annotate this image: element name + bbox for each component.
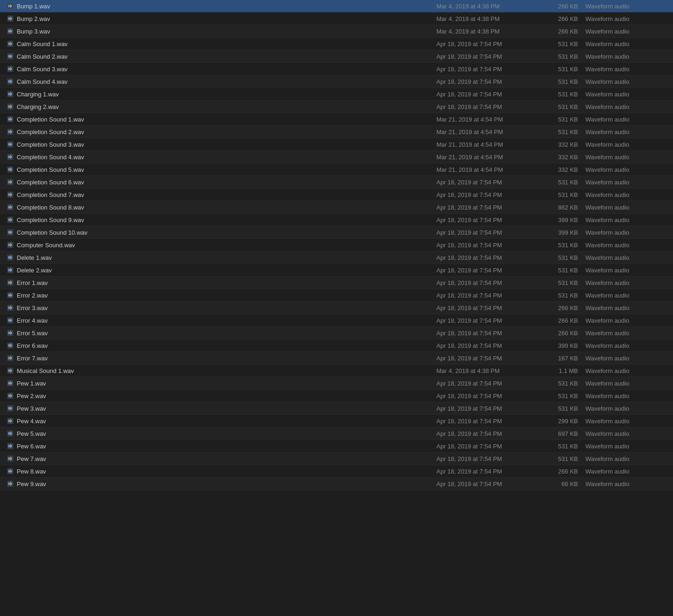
table-row[interactable]: Pew 2.wavApr 18, 2019 at 7:54 PM531 KBWa… [0,390,673,402]
svg-rect-29 [11,68,12,70]
table-row[interactable]: Error 4.wavApr 18, 2019 at 7:54 PM266 KB… [0,314,673,327]
file-size: 266 KB [539,15,585,22]
table-row[interactable]: Pew 1.wavApr 18, 2019 at 7:54 PM531 KBWa… [0,377,673,390]
table-row[interactable]: Pew 6.wavApr 18, 2019 at 7:54 PM531 KBWa… [0,440,673,453]
file-name: Completion Sound 5.wav [17,166,436,173]
file-icon-col [4,392,17,399]
file-kind: Waveform audio [585,330,669,337]
file-date: Mar 4, 2019 at 4:38 PM [436,28,539,35]
table-row[interactable]: Error 1.wavApr 18, 2019 at 7:54 PM531 KB… [0,277,673,289]
table-row[interactable]: Bump 2.wavMar 4, 2019 at 4:38 PM266 KBWa… [0,13,673,25]
table-row[interactable]: Pew 4.wavApr 18, 2019 at 7:54 PM299 KBWa… [0,415,673,427]
file-size: 531 KB [539,103,585,110]
svg-rect-108 [10,268,11,272]
table-row[interactable]: Calm Sound 3.wavApr 18, 2019 at 7:54 PM5… [0,63,673,75]
file-size: 531 KB [539,66,585,73]
svg-rect-36 [8,93,9,95]
table-row[interactable]: Completion Sound 1.wavMar 21, 2019 at 4:… [0,113,673,126]
file-date: Apr 18, 2019 at 7:54 PM [436,217,539,223]
file-name: Completion Sound 8.wav [17,204,436,211]
file-kind: Waveform audio [585,342,669,349]
svg-rect-178 [10,444,11,448]
table-row[interactable]: Calm Sound 2.wavApr 18, 2019 at 7:54 PM5… [0,50,673,63]
svg-rect-14 [11,30,12,32]
audio-file-icon [7,216,14,223]
table-row[interactable]: Calm Sound 1.wavApr 18, 2019 at 7:54 PM5… [0,38,673,50]
svg-rect-133 [10,331,11,335]
audio-file-icon [7,115,14,123]
file-date: Apr 18, 2019 at 7:54 PM [436,41,539,47]
file-kind: Waveform audio [585,355,669,362]
table-row[interactable]: Error 5.wavApr 18, 2019 at 7:54 PM266 KB… [0,327,673,339]
audio-file-icon [7,354,14,362]
file-icon-col [4,40,17,47]
file-kind: Waveform audio [585,305,669,311]
table-row[interactable]: Pew 7.wavApr 18, 2019 at 7:54 PM531 KBWa… [0,453,673,465]
file-size: 531 KB [539,41,585,47]
svg-rect-44 [11,106,12,108]
table-row[interactable]: Pew 9.wavApr 18, 2019 at 7:54 PM66 KBWav… [0,478,673,490]
file-kind: Waveform audio [585,367,669,374]
svg-rect-59 [11,143,12,145]
table-row[interactable]: Completion Sound 9.wavApr 18, 2019 at 7:… [0,214,673,226]
file-size: 266 KB [539,305,585,311]
file-icon-col [4,128,17,135]
svg-rect-188 [10,469,11,473]
table-row[interactable]: Completion Sound 10.wavApr 18, 2019 at 7… [0,226,673,239]
svg-rect-163 [10,406,11,410]
table-row[interactable]: Delete 2.wavApr 18, 2019 at 7:54 PM531 K… [0,264,673,277]
audio-file-icon [7,2,14,10]
svg-rect-168 [10,419,11,423]
table-row[interactable]: Musical Sound 1.wavMar 4, 2019 at 4:38 P… [0,365,673,377]
file-size: 531 KB [539,91,585,98]
svg-rect-8 [10,17,11,20]
svg-rect-106 [8,269,9,271]
table-row[interactable]: Completion Sound 5.wavMar 21, 2019 at 4:… [0,163,673,176]
table-row[interactable]: Computer Sound.wavApr 18, 2019 at 7:54 P… [0,239,673,251]
svg-rect-194 [11,483,12,485]
table-row[interactable]: Error 6.wavApr 18, 2019 at 7:54 PM399 KB… [0,339,673,352]
table-row[interactable]: Calm Sound 4.wavApr 18, 2019 at 7:54 PM5… [0,75,673,88]
table-row[interactable]: Error 2.wavApr 18, 2019 at 7:54 PM531 KB… [0,289,673,302]
table-row[interactable]: Completion Sound 7.wavApr 18, 2019 at 7:… [0,189,673,201]
table-row[interactable]: Delete 1.wavApr 18, 2019 at 7:54 PM531 K… [0,251,673,264]
svg-rect-16 [8,42,9,45]
file-size: 531 KB [539,455,585,462]
file-name: Completion Sound 2.wav [17,129,436,135]
svg-rect-131 [8,332,9,334]
svg-rect-94 [11,231,12,233]
file-size: 266 KB [539,317,585,324]
table-row[interactable]: Bump 3.wavMar 4, 2019 at 4:38 PM266 KBWa… [0,25,673,38]
table-row[interactable]: Completion Sound 4.wavMar 21, 2019 at 4:… [0,151,673,163]
table-row[interactable]: Completion Sound 2.wavMar 21, 2019 at 4:… [0,126,673,138]
file-size: 167 KB [539,355,585,362]
table-row[interactable]: Completion Sound 6.wavApr 18, 2019 at 7:… [0,176,673,189]
audio-file-icon [7,53,14,60]
file-size: 862 KB [539,204,585,211]
svg-rect-66 [8,168,9,171]
table-row[interactable]: Completion Sound 3.wavMar 21, 2019 at 4:… [0,138,673,151]
table-row[interactable]: Bump 1.wavMar 4, 2019 at 4:38 PM266 KBWa… [0,0,673,13]
file-kind: Waveform audio [585,405,669,412]
svg-rect-89 [11,219,12,221]
table-row[interactable]: Error 7.wavApr 18, 2019 at 7:54 PM167 KB… [0,352,673,365]
file-size: 531 KB [539,116,585,123]
file-kind: Waveform audio [585,254,669,261]
audio-file-icon [7,304,14,311]
svg-rect-81 [8,206,9,209]
file-name: Completion Sound 4.wav [17,154,436,161]
table-row[interactable]: Error 3.wavApr 18, 2019 at 7:54 PM266 KB… [0,302,673,314]
table-row[interactable]: Charging 2.wavApr 18, 2019 at 7:54 PM531… [0,101,673,113]
table-row[interactable]: Charging 1.wavApr 18, 2019 at 7:54 PM531… [0,88,673,101]
file-date: Mar 21, 2019 at 4:54 PM [436,166,539,173]
file-icon-col [4,329,17,337]
table-row[interactable]: Pew 8.wavApr 18, 2019 at 7:54 PM266 KBWa… [0,465,673,478]
file-size: 531 KB [539,53,585,60]
table-row[interactable]: Pew 5.wavApr 18, 2019 at 7:54 PM697 KBWa… [0,427,673,440]
table-row[interactable]: Pew 3.wavApr 18, 2019 at 7:54 PM531 KBWa… [0,402,673,415]
svg-rect-117 [9,294,10,296]
audio-file-icon [7,455,14,462]
file-name: Completion Sound 10.wav [17,229,436,236]
table-row[interactable]: Completion Sound 8.wavApr 18, 2019 at 7:… [0,201,673,214]
svg-rect-112 [9,282,10,284]
